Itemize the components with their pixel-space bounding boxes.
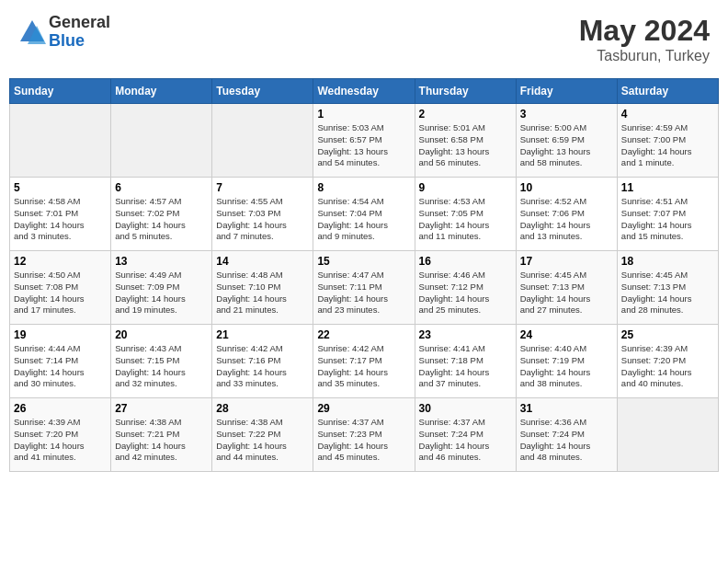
day-number: 4 xyxy=(621,108,714,121)
calendar-cell xyxy=(10,104,111,178)
day-of-week-header: Thursday xyxy=(415,79,516,104)
calendar-cell: 10Sunrise: 4:52 AM Sunset: 7:06 PM Dayli… xyxy=(516,178,617,251)
calendar-cell: 14Sunrise: 4:48 AM Sunset: 7:10 PM Dayli… xyxy=(212,251,313,325)
logo-blue-text: Blue xyxy=(49,32,110,51)
day-info: Sunrise: 4:44 AM Sunset: 7:14 PM Dayligh… xyxy=(14,343,107,390)
day-of-week-header: Tuesday xyxy=(212,79,313,104)
calendar-week-row: 12Sunrise: 4:50 AM Sunset: 7:08 PM Dayli… xyxy=(10,251,719,325)
day-of-week-header: Saturday xyxy=(617,79,718,104)
day-of-week-header: Monday xyxy=(111,79,212,104)
day-info: Sunrise: 4:41 AM Sunset: 7:18 PM Dayligh… xyxy=(419,343,512,390)
page-header: General Blue May 2024 Tasburun, Turkey xyxy=(9,9,719,69)
day-info: Sunrise: 5:01 AM Sunset: 6:58 PM Dayligh… xyxy=(419,122,512,169)
title-block: May 2024 Tasburun, Turkey xyxy=(579,14,710,64)
day-number: 27 xyxy=(115,402,208,415)
calendar-cell: 25Sunrise: 4:39 AM Sunset: 7:20 PM Dayli… xyxy=(617,325,718,398)
day-info: Sunrise: 4:53 AM Sunset: 7:05 PM Dayligh… xyxy=(419,196,512,243)
day-info: Sunrise: 4:40 AM Sunset: 7:19 PM Dayligh… xyxy=(520,343,613,390)
day-info: Sunrise: 4:39 AM Sunset: 7:20 PM Dayligh… xyxy=(621,343,714,390)
day-info: Sunrise: 4:46 AM Sunset: 7:12 PM Dayligh… xyxy=(419,270,512,316)
day-info: Sunrise: 4:38 AM Sunset: 7:22 PM Dayligh… xyxy=(216,417,309,464)
calendar-cell xyxy=(617,398,718,472)
day-info: Sunrise: 4:36 AM Sunset: 7:24 PM Dayligh… xyxy=(520,417,613,464)
day-info: Sunrise: 4:42 AM Sunset: 7:17 PM Dayligh… xyxy=(317,343,410,390)
day-number: 1 xyxy=(317,108,410,121)
day-of-week-header: Wednesday xyxy=(313,79,415,104)
day-number: 22 xyxy=(317,328,410,341)
day-info: Sunrise: 4:55 AM Sunset: 7:03 PM Dayligh… xyxy=(216,196,309,243)
calendar-cell: 7Sunrise: 4:55 AM Sunset: 7:03 PM Daylig… xyxy=(212,178,313,251)
day-number: 16 xyxy=(419,255,512,268)
day-info: Sunrise: 4:38 AM Sunset: 7:21 PM Dayligh… xyxy=(115,417,208,464)
day-info: Sunrise: 5:00 AM Sunset: 6:59 PM Dayligh… xyxy=(520,122,613,169)
day-number: 6 xyxy=(115,181,208,194)
calendar-cell: 2Sunrise: 5:01 AM Sunset: 6:58 PM Daylig… xyxy=(415,104,516,178)
day-info: Sunrise: 4:43 AM Sunset: 7:15 PM Dayligh… xyxy=(115,343,208,390)
day-number: 23 xyxy=(419,328,512,341)
location-title: Tasburun, Turkey xyxy=(579,48,710,64)
calendar-cell: 26Sunrise: 4:39 AM Sunset: 7:20 PM Dayli… xyxy=(10,398,111,472)
calendar-cell: 11Sunrise: 4:51 AM Sunset: 7:07 PM Dayli… xyxy=(617,178,718,251)
day-number: 31 xyxy=(520,402,613,415)
calendar-cell: 12Sunrise: 4:50 AM Sunset: 7:08 PM Dayli… xyxy=(10,251,111,325)
calendar-header: SundayMondayTuesdayWednesdayThursdayFrid… xyxy=(10,79,719,104)
calendar-cell: 9Sunrise: 4:53 AM Sunset: 7:05 PM Daylig… xyxy=(415,178,516,251)
calendar-cell: 6Sunrise: 4:57 AM Sunset: 7:02 PM Daylig… xyxy=(111,178,212,251)
day-info: Sunrise: 4:50 AM Sunset: 7:08 PM Dayligh… xyxy=(14,270,107,316)
calendar-body: 1Sunrise: 5:03 AM Sunset: 6:57 PM Daylig… xyxy=(10,104,719,472)
calendar-cell: 16Sunrise: 4:46 AM Sunset: 7:12 PM Dayli… xyxy=(415,251,516,325)
day-info: Sunrise: 4:47 AM Sunset: 7:11 PM Dayligh… xyxy=(317,270,410,316)
calendar-cell xyxy=(111,104,212,178)
day-info: Sunrise: 4:45 AM Sunset: 7:13 PM Dayligh… xyxy=(520,270,613,316)
calendar-cell: 1Sunrise: 5:03 AM Sunset: 6:57 PM Daylig… xyxy=(313,104,415,178)
day-info: Sunrise: 4:52 AM Sunset: 7:06 PM Dayligh… xyxy=(520,196,613,243)
day-info: Sunrise: 4:58 AM Sunset: 7:01 PM Dayligh… xyxy=(14,196,107,243)
day-number: 10 xyxy=(520,181,613,194)
calendar-cell: 5Sunrise: 4:58 AM Sunset: 7:01 PM Daylig… xyxy=(10,178,111,251)
day-number: 8 xyxy=(317,181,410,194)
calendar-week-row: 26Sunrise: 4:39 AM Sunset: 7:20 PM Dayli… xyxy=(10,398,719,472)
day-info: Sunrise: 4:59 AM Sunset: 7:00 PM Dayligh… xyxy=(621,122,714,169)
day-number: 2 xyxy=(419,108,512,121)
calendar-cell: 30Sunrise: 4:37 AM Sunset: 7:24 PM Dayli… xyxy=(415,398,516,472)
day-number: 24 xyxy=(520,328,613,341)
day-number: 20 xyxy=(115,328,208,341)
day-number: 26 xyxy=(14,402,107,415)
calendar-cell: 24Sunrise: 4:40 AM Sunset: 7:19 PM Dayli… xyxy=(516,325,617,398)
day-of-week-header: Friday xyxy=(516,79,617,104)
calendar-cell: 29Sunrise: 4:37 AM Sunset: 7:23 PM Dayli… xyxy=(313,398,415,472)
day-info: Sunrise: 4:57 AM Sunset: 7:02 PM Dayligh… xyxy=(115,196,208,243)
calendar-cell: 18Sunrise: 4:45 AM Sunset: 7:13 PM Dayli… xyxy=(617,251,718,325)
calendar-cell: 27Sunrise: 4:38 AM Sunset: 7:21 PM Dayli… xyxy=(111,398,212,472)
calendar-cell: 15Sunrise: 4:47 AM Sunset: 7:11 PM Dayli… xyxy=(313,251,415,325)
day-number: 11 xyxy=(621,181,714,194)
day-number: 7 xyxy=(216,181,309,194)
day-number: 30 xyxy=(419,402,512,415)
calendar-cell: 3Sunrise: 5:00 AM Sunset: 6:59 PM Daylig… xyxy=(516,104,617,178)
day-info: Sunrise: 4:49 AM Sunset: 7:09 PM Dayligh… xyxy=(115,270,208,316)
day-number: 28 xyxy=(216,402,309,415)
day-info: Sunrise: 4:39 AM Sunset: 7:20 PM Dayligh… xyxy=(14,417,107,464)
calendar-cell: 20Sunrise: 4:43 AM Sunset: 7:15 PM Dayli… xyxy=(111,325,212,398)
day-info: Sunrise: 4:45 AM Sunset: 7:13 PM Dayligh… xyxy=(621,270,714,316)
day-number: 18 xyxy=(621,255,714,268)
day-number: 5 xyxy=(14,181,107,194)
day-number: 25 xyxy=(621,328,714,341)
day-info: Sunrise: 4:48 AM Sunset: 7:10 PM Dayligh… xyxy=(216,270,309,316)
calendar-cell: 8Sunrise: 4:54 AM Sunset: 7:04 PM Daylig… xyxy=(313,178,415,251)
calendar-week-row: 19Sunrise: 4:44 AM Sunset: 7:14 PM Dayli… xyxy=(10,325,719,398)
day-info: Sunrise: 5:03 AM Sunset: 6:57 PM Dayligh… xyxy=(317,122,410,169)
calendar-table: SundayMondayTuesdayWednesdayThursdayFrid… xyxy=(9,78,719,472)
calendar-cell: 22Sunrise: 4:42 AM Sunset: 7:17 PM Dayli… xyxy=(313,325,415,398)
header-row: SundayMondayTuesdayWednesdayThursdayFrid… xyxy=(10,79,719,104)
month-title: May 2024 xyxy=(579,14,710,48)
calendar-cell: 4Sunrise: 4:59 AM Sunset: 7:00 PM Daylig… xyxy=(617,104,718,178)
day-info: Sunrise: 4:51 AM Sunset: 7:07 PM Dayligh… xyxy=(621,196,714,243)
calendar-week-row: 5Sunrise: 4:58 AM Sunset: 7:01 PM Daylig… xyxy=(10,178,719,251)
day-number: 21 xyxy=(216,328,309,341)
day-number: 13 xyxy=(115,255,208,268)
calendar-cell: 31Sunrise: 4:36 AM Sunset: 7:24 PM Dayli… xyxy=(516,398,617,472)
calendar-cell: 23Sunrise: 4:41 AM Sunset: 7:18 PM Dayli… xyxy=(415,325,516,398)
logo: General Blue xyxy=(18,14,110,51)
calendar-cell xyxy=(212,104,313,178)
